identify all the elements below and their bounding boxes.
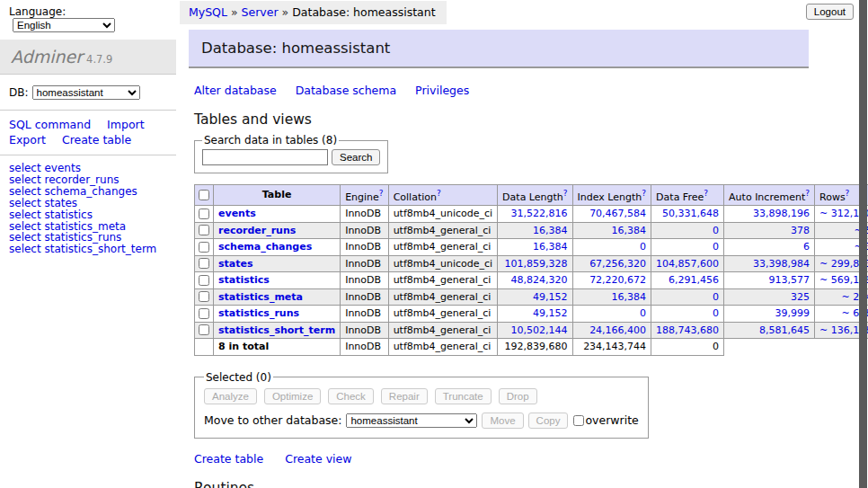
row-checkbox-statistics[interactable]: [199, 275, 209, 286]
table-link-statistics[interactable]: statistics: [218, 274, 270, 286]
auto-increment-link[interactable]: 6: [803, 241, 810, 253]
breadcrumb-mysql-link[interactable]: MySQL: [189, 5, 227, 19]
data-free-link[interactable]: 104,857,600: [656, 258, 719, 271]
repair-button: Repair: [381, 388, 428, 404]
sidebar-select-statistics-short-term[interactable]: select statistics_short_term: [9, 244, 167, 255]
table-link-states[interactable]: states: [218, 258, 253, 270]
link-create-view[interactable]: Create view: [285, 452, 351, 466]
data-length-link[interactable]: 10,502,144: [511, 324, 568, 337]
overwrite-checkbox[interactable]: [573, 415, 584, 426]
collation-cell: utf8mb4_general_ci: [388, 322, 497, 339]
index-length-link[interactable]: 0: [640, 241, 646, 253]
data-length-link[interactable]: 48,824,320: [511, 274, 568, 287]
index-length-link[interactable]: 16,384: [612, 225, 647, 237]
data-length-link[interactable]: 49,152: [533, 291, 568, 304]
table-link-statistics-short-term[interactable]: statistics_short_term: [218, 324, 335, 336]
help-link-data-length[interactable]: ?: [563, 189, 568, 198]
help-link-engine[interactable]: ?: [379, 189, 384, 198]
total-data-free: 0: [651, 339, 724, 356]
help-link-data-free[interactable]: ?: [704, 189, 708, 198]
auto-increment-link[interactable]: 378: [791, 225, 810, 237]
table-link-recorder-runs[interactable]: recorder_runs: [218, 225, 296, 236]
auto-increment-link[interactable]: 39,999: [775, 307, 810, 320]
data-length-link[interactable]: 16,384: [533, 241, 568, 253]
vertical-scrollbar[interactable]: [859, 0, 867, 488]
selected-buttons: Analyze Optimize Check Repair Truncate D…: [204, 388, 639, 404]
index-length-link[interactable]: 72,220,672: [589, 274, 646, 287]
row-checkbox-statistics-meta[interactable]: [199, 291, 209, 302]
table-link-statistics-meta[interactable]: statistics_meta: [218, 291, 303, 303]
index-length-link[interactable]: 70,467,584: [589, 208, 646, 220]
app-name[interactable]: Adminer: [11, 47, 83, 67]
data-length-link[interactable]: 49,152: [533, 307, 568, 320]
sidebar-action-export[interactable]: Export: [9, 133, 46, 146]
data-length-link[interactable]: 16,384: [533, 225, 568, 237]
row-checkbox-states[interactable]: [199, 258, 209, 269]
table-link-statistics-runs[interactable]: statistics_runs: [218, 307, 299, 319]
language-select[interactable]: English: [13, 18, 115, 32]
auto-increment-link[interactable]: 325: [791, 291, 810, 304]
db-select[interactable]: homeassistant: [32, 85, 140, 100]
page-title: Database: homeassistant: [189, 30, 809, 68]
sidebar-action-create-table[interactable]: Create table: [62, 133, 131, 146]
search-input[interactable]: [202, 149, 328, 165]
row-checkbox-events[interactable]: [199, 209, 209, 219]
sidebar-table-links: select events select recorder_runs selec…: [0, 155, 176, 262]
auto-increment-link[interactable]: 33,398,984: [753, 258, 810, 271]
row-checkbox-recorder-runs[interactable]: [199, 225, 209, 235]
link-alter-database[interactable]: Alter database: [194, 84, 277, 97]
help-link-collation[interactable]: ?: [437, 189, 441, 198]
table-row: recorder_runsInnoDButf8mb4_general_ci16,…: [195, 222, 868, 239]
table-row: statesInnoDButf8mb4_unicode_ci101,859,32…: [195, 255, 868, 272]
breadcrumb-server-link[interactable]: Server: [242, 5, 279, 19]
row-checkbox-statistics-runs[interactable]: [199, 308, 209, 319]
auto-increment-link[interactable]: 8,581,645: [759, 324, 810, 337]
data-free-link[interactable]: 0: [713, 307, 719, 320]
column-header-data-length: Data Length?: [498, 185, 572, 206]
row-checkbox-statistics-short-term[interactable]: [199, 324, 209, 335]
total-collation: utf8mb4_general_ci: [388, 339, 497, 356]
row-checkbox-schema-changes[interactable]: [199, 242, 209, 253]
help-link-auto-increment[interactable]: ?: [805, 189, 810, 198]
sidebar-action-sql-command[interactable]: SQL command: [9, 118, 91, 131]
data-free-link[interactable]: 6,291,456: [669, 274, 719, 287]
data-length-link[interactable]: 101,859,328: [505, 258, 568, 271]
data-free-link[interactable]: 50,331,648: [662, 208, 719, 220]
auto-increment-link[interactable]: 33,898,196: [753, 208, 810, 220]
data-length-link[interactable]: 31,522,816: [511, 208, 568, 220]
sidebar-select-states[interactable]: select states: [9, 198, 167, 209]
index-length-link[interactable]: 24,166,400: [589, 324, 646, 337]
help-link-index-length[interactable]: ?: [642, 189, 646, 198]
table-link-events[interactable]: events: [218, 208, 256, 219]
auto-increment-link[interactable]: 913,577: [769, 274, 810, 287]
move-db-select[interactable]: homeassistant: [346, 413, 477, 428]
sidebar-select-statistics[interactable]: select statistics: [9, 209, 167, 221]
link-privileges[interactable]: Privileges: [415, 84, 469, 97]
data-free-link[interactable]: 0: [713, 291, 719, 304]
search-button[interactable]: Search: [332, 149, 380, 165]
data-free-link[interactable]: 0: [713, 225, 719, 237]
link-create-table[interactable]: Create table: [194, 452, 263, 466]
sidebar-select-recorder-runs[interactable]: select recorder_runs: [9, 174, 167, 186]
collation-cell: utf8mb4_general_ci: [388, 222, 497, 239]
select-all-checkbox[interactable]: [199, 190, 209, 200]
language-label: Language:: [9, 5, 66, 18]
table-link-schema-changes[interactable]: schema_changes: [218, 241, 312, 253]
sidebar-select-events[interactable]: select events: [9, 163, 167, 174]
total-label: 8 in total: [214, 339, 341, 356]
language-row: Language:English: [0, 0, 176, 39]
breadcrumb: MySQL»Server»Database: homeassistant: [180, 1, 447, 24]
breadcrumb-separator: »: [231, 5, 238, 19]
analyze-button: Analyze: [204, 388, 257, 404]
sidebar-action-import[interactable]: Import: [107, 118, 145, 131]
index-length-link[interactable]: 67,256,320: [589, 258, 646, 271]
data-free-link[interactable]: 0: [713, 241, 719, 253]
link-database-schema[interactable]: Database schema: [296, 84, 396, 97]
data-free-link[interactable]: 188,743,680: [656, 324, 719, 337]
sidebar-select-schema-changes[interactable]: select schema_changes: [9, 186, 167, 198]
index-length-link[interactable]: 16,384: [612, 291, 647, 304]
engine-cell: InnoDB: [341, 306, 388, 323]
logout-button[interactable]: Logout: [806, 4, 854, 20]
help-link-rows[interactable]: ?: [846, 189, 850, 198]
index-length-link[interactable]: 0: [640, 307, 646, 320]
